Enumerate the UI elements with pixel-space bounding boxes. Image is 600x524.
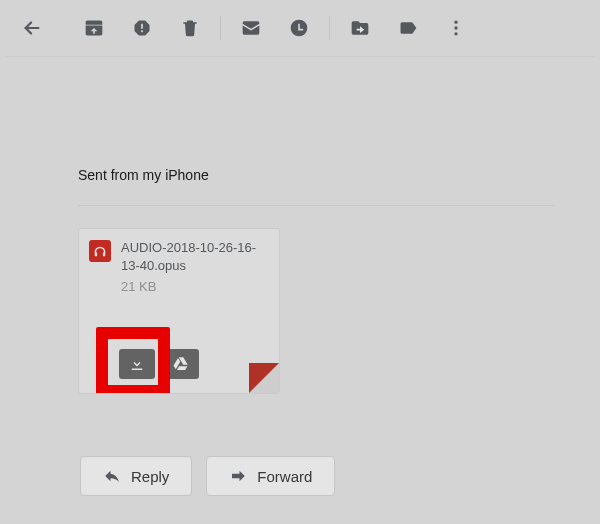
svg-rect-4 <box>95 252 97 256</box>
clock-icon <box>289 18 309 38</box>
trash-icon <box>180 18 200 38</box>
attachments-divider <box>78 205 555 206</box>
svg-point-1 <box>454 21 457 24</box>
email-body-text: Sent from my iPhone <box>78 167 555 183</box>
attachment-card[interactable]: AUDIO-2018-10-26-16-13-40.opus 21 KB <box>78 228 280 394</box>
attachment-text: AUDIO-2018-10-26-16-13-40.opus 21 KB <box>121 239 269 296</box>
svg-rect-5 <box>103 252 105 256</box>
audio-file-icon <box>89 240 111 262</box>
mark-unread-button[interactable] <box>231 8 271 48</box>
more-button[interactable] <box>436 8 476 48</box>
label-icon <box>398 18 418 38</box>
archive-button[interactable] <box>74 8 114 48</box>
snooze-button[interactable] <box>279 8 319 48</box>
folder-move-icon <box>350 18 370 38</box>
attachment-actions <box>119 349 199 379</box>
save-to-drive-button[interactable] <box>163 349 199 379</box>
archive-icon <box>84 18 104 38</box>
svg-point-3 <box>454 32 457 35</box>
labels-button[interactable] <box>388 8 428 48</box>
report-spam-button[interactable] <box>122 8 162 48</box>
move-to-button[interactable] <box>340 8 380 48</box>
toolbar-separator <box>220 16 221 40</box>
reply-button[interactable]: Reply <box>80 456 192 496</box>
arrow-left-icon <box>21 17 43 39</box>
svg-point-2 <box>454 26 457 29</box>
attachment-filename: AUDIO-2018-10-26-16-13-40.opus <box>121 239 269 274</box>
reply-icon <box>103 467 121 485</box>
toolbar-separator <box>329 16 330 40</box>
forward-icon <box>229 467 247 485</box>
reply-label: Reply <box>131 468 169 485</box>
toolbar <box>0 0 600 56</box>
forward-label: Forward <box>257 468 312 485</box>
mail-icon <box>241 18 261 38</box>
download-icon <box>128 355 146 373</box>
reply-forward-row: Reply Forward <box>80 456 555 496</box>
back-button[interactable] <box>12 8 52 48</box>
report-spam-icon <box>132 18 152 38</box>
more-vertical-icon <box>446 18 466 38</box>
delete-button[interactable] <box>170 8 210 48</box>
download-attachment-button[interactable] <box>119 349 155 379</box>
page-curl-icon <box>249 363 279 393</box>
attachment-header: AUDIO-2018-10-26-16-13-40.opus 21 KB <box>79 229 279 300</box>
drive-icon <box>172 355 190 373</box>
forward-button[interactable]: Forward <box>206 456 335 496</box>
attachment-size: 21 KB <box>121 278 269 296</box>
email-content: Sent from my iPhone AUDIO-2018-10-26-16-… <box>0 57 600 496</box>
